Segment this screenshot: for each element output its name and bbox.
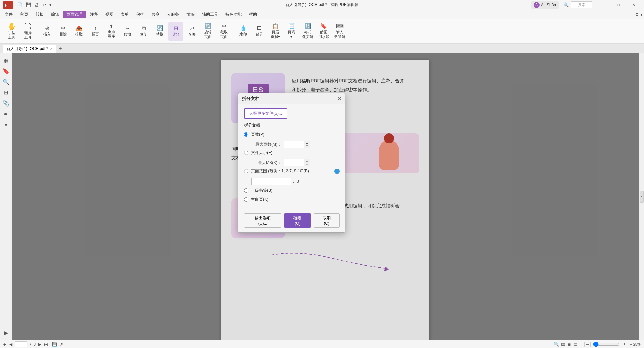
format-pagenum-button[interactable]: 🔢 格式化页码 — [300, 22, 315, 41]
toolbar-settings-icon[interactable]: ⚙ — [635, 12, 639, 17]
sidebar-expand-icon[interactable]: ▶ — [1, 328, 11, 337]
radio-pages-label[interactable]: 页数(P) — [251, 132, 340, 137]
select-files-button[interactable]: 选择更多文件(S)... — [244, 108, 287, 119]
menu-protect[interactable]: 保护 — [133, 11, 148, 18]
split-button[interactable]: ⊞ 拆分 — [168, 22, 183, 41]
sidebar-search-icon[interactable]: 🔍 — [1, 77, 11, 86]
zoom-in-button[interactable]: + — [622, 342, 627, 347]
user-area[interactable]: A A · Sh3n — [531, 1, 559, 9]
save-icon[interactable]: 💾 — [25, 2, 32, 8]
ok-button[interactable]: 确定(O) — [284, 213, 311, 228]
sidebar-thumbnail-icon[interactable]: ▦ — [1, 56, 11, 65]
rotate-button[interactable]: 🔃 旋转页面 — [200, 22, 216, 41]
undo-icon[interactable]: ↩ — [41, 2, 47, 8]
insert-button[interactable]: ⊕ 插入 — [39, 22, 55, 41]
minimize-button[interactable]: ─ — [595, 1, 610, 9]
maximize-button[interactable]: □ — [610, 1, 626, 9]
info-icon[interactable]: i — [334, 169, 340, 174]
zoom-out-button[interactable]: ─ — [584, 342, 591, 347]
radio-pagerange-label[interactable]: 页面范围 (范例：1, 2-7, 8-10)(B) — [251, 168, 332, 174]
header-footer-button[interactable]: 📋 页眉页脚▾ — [268, 22, 283, 41]
share-icon[interactable]: ↗ — [60, 342, 63, 347]
sidebar-bookmark-icon[interactable]: 🔖 — [1, 66, 11, 76]
bates-button[interactable]: 🔖 贴图用水印 — [316, 22, 331, 41]
nav-first-button[interactable]: ⏮ — [3, 342, 7, 347]
toolbar-expand-icon[interactable]: ▾ — [640, 12, 643, 17]
nav-next-button[interactable]: ▶ — [38, 342, 41, 347]
menu-special[interactable]: 特色功能 — [222, 11, 245, 18]
save-to-device-icon[interactable]: 💾 — [52, 342, 57, 347]
replace-button[interactable]: 🔄 替换 — [152, 22, 167, 41]
right-panel-toggle[interactable]: ◂ — [640, 191, 644, 203]
menu-form[interactable]: 表单 — [117, 11, 132, 18]
delete-button[interactable]: ✂ 删除 — [55, 22, 71, 41]
radio-pages[interactable] — [244, 132, 248, 137]
menu-slideshow[interactable]: 放映 — [183, 11, 198, 18]
sidebar-signature-icon[interactable]: ✒ — [1, 109, 11, 119]
page-num-button[interactable]: 📃 页码▾ — [284, 22, 299, 41]
radio-blank-label[interactable]: 空白页(K) — [251, 197, 340, 202]
radio-bookmark[interactable] — [244, 188, 248, 193]
close-button[interactable]: ✕ — [626, 1, 641, 9]
customize-icon[interactable]: ▾ — [48, 2, 53, 8]
view-mode-icon-4[interactable]: ▤ — [573, 342, 577, 347]
tab-label: 新人引导(1)_OCR.pdf * — [6, 46, 48, 52]
page-number-input[interactable]: 2 — [15, 341, 27, 347]
view-mode-icon-1[interactable]: 🔍 — [554, 342, 559, 347]
sidebar-more-icon[interactable]: ▾ — [1, 120, 11, 129]
hand-tool-button[interactable]: ✋ 手型工具 — [4, 22, 19, 41]
menu-edit[interactable]: 编辑 — [48, 11, 62, 18]
move-button[interactable]: ↔ 移动 — [120, 22, 135, 41]
new-icon[interactable]: 📄 — [16, 2, 23, 8]
tab-close-icon[interactable]: ✕ — [50, 47, 53, 51]
max-mb-down[interactable]: ▼ — [304, 163, 310, 166]
new-tab-button[interactable]: + — [56, 45, 64, 53]
copy-button[interactable]: ⧉ 复制 — [136, 22, 151, 41]
search-icon[interactable]: 🔍 — [561, 2, 570, 8]
nav-last-button[interactable]: ⏭ — [44, 342, 48, 347]
background-button[interactable]: 🖼 背景 — [252, 22, 267, 41]
extract-button[interactable]: 📤 提取 — [71, 22, 87, 41]
print-icon[interactable]: 🖨 — [34, 2, 40, 8]
radio-blank[interactable] — [244, 197, 248, 202]
insert-page-button[interactable]: ↕ 插页 — [88, 22, 103, 41]
menu-convert[interactable]: 转换 — [32, 11, 47, 18]
max-mb-input[interactable]: 1.00 — [284, 159, 304, 166]
radio-filesize-label[interactable]: 文件大小(E) — [251, 150, 340, 156]
max-pages-down[interactable]: ▼ — [304, 144, 310, 148]
output-options-button[interactable]: 输出选项(U)... — [244, 213, 281, 228]
watermark-button[interactable]: 💧 水印 — [235, 22, 251, 41]
range-input[interactable] — [251, 178, 291, 185]
dialog-close-button[interactable]: ✕ — [337, 96, 342, 101]
sidebar-layers-icon[interactable]: ⊞ — [1, 88, 11, 97]
crop-button[interactable]: ✂ 截取页面 — [216, 22, 232, 41]
menu-comment[interactable]: 注释 — [87, 11, 101, 18]
input-code-button[interactable]: ⌨ 输入数送码 — [332, 22, 347, 41]
menu-cloud[interactable]: 云服务 — [164, 11, 182, 18]
swap-button[interactable]: ⇄ 交换 — [184, 22, 200, 41]
max-pages-input[interactable]: 1 — [284, 141, 304, 148]
menu-file[interactable]: 文件 — [1, 11, 16, 18]
zoom-slider[interactable] — [593, 342, 620, 347]
nav-prev-button[interactable]: ◀ — [9, 342, 12, 347]
max-mb-up[interactable]: ▲ — [304, 159, 310, 163]
view-mode-icon-3[interactable]: ▣ — [567, 342, 571, 347]
menu-assist[interactable]: 辅助工具 — [199, 11, 221, 18]
menu-help[interactable]: 帮助 — [246, 11, 260, 18]
radio-bookmark-label[interactable]: 一级书签(B) — [251, 188, 340, 193]
radio-filesize[interactable] — [244, 151, 248, 155]
max-pages-up[interactable]: ▲ — [304, 141, 310, 144]
radio-pagerange[interactable] — [244, 169, 248, 173]
reorder-button[interactable]: ⬍ 重排页序 — [104, 22, 119, 41]
search-input-area[interactable]: 搜索 — [571, 1, 592, 8]
select-tool-button[interactable]: ⛶ 选择工具 — [20, 22, 36, 41]
tab-pdf[interactable]: 新人引导(1)_OCR.pdf * ✕ — [3, 45, 56, 53]
view-mode-icon-2[interactable]: ▦ — [561, 342, 565, 347]
sidebar-attachment-icon[interactable]: 📎 — [1, 98, 11, 108]
cancel-button[interactable]: 取消(C) — [314, 213, 340, 228]
menu-home[interactable]: 主页 — [17, 11, 32, 18]
menu-share[interactable]: 共享 — [148, 11, 163, 18]
app-logo: F — [3, 1, 13, 9]
menu-page-manage[interactable]: 页面管理 — [63, 11, 86, 18]
menu-view[interactable]: 视图 — [102, 11, 117, 18]
